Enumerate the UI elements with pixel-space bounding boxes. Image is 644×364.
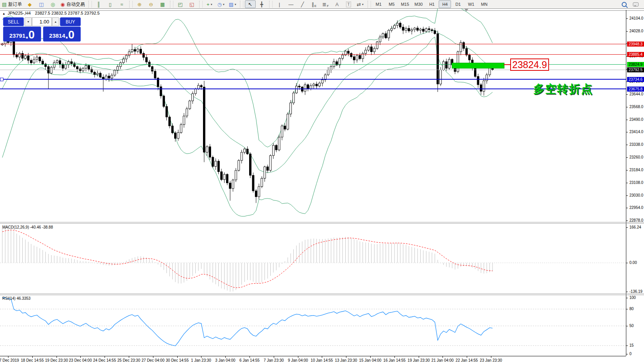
crosshair-button[interactable]: ╋ <box>256 0 267 8</box>
candle-body <box>36 57 38 59</box>
candle-body <box>177 132 179 138</box>
tile-windows-button[interactable]: ▦ <box>157 0 168 8</box>
line-drag-handle[interactable] <box>0 78 3 81</box>
price-tick-label: 23030.0 <box>629 193 644 197</box>
chart-shift-marker-icon[interactable] <box>464 9 468 13</box>
zoom-in-button[interactable]: ⊕ <box>134 0 145 8</box>
fibonacci-button[interactable]: ≣F <box>320 0 331 8</box>
collapse-triangle-icon[interactable]: ▲ <box>2 12 5 15</box>
search-button[interactable] <box>619 0 629 8</box>
time-label: 19 Jan 23:30 <box>408 358 430 362</box>
time-label: 23 Jan 23:30 <box>480 358 502 362</box>
candle-body <box>50 67 52 73</box>
buy-button[interactable]: BUY <box>60 17 81 26</box>
toolbar-separator <box>240 1 243 8</box>
candle-body <box>241 152 243 160</box>
candle-body <box>368 47 369 50</box>
candles-layer <box>2 20 494 203</box>
level-line-23948.3[interactable] <box>0 44 626 44</box>
main-macd-separator[interactable] <box>0 222 644 222</box>
main-macd-separator-2[interactable] <box>0 223 644 224</box>
cursor-icon: ↖ <box>248 2 252 7</box>
zoom-out-button[interactable]: ⊖ <box>146 0 156 8</box>
market-watch-button[interactable]: ◫ <box>36 0 47 8</box>
candle-body <box>379 37 381 42</box>
timeframe-m15-button[interactable]: M15 <box>399 0 411 8</box>
timeframe-m30-button[interactable]: M30 <box>412 0 425 8</box>
candlestick-type-button[interactable]: ▯ <box>105 0 116 8</box>
objects-button[interactable]: ◆ <box>24 0 35 8</box>
new-order-button[interactable]: ▤新订单 <box>0 0 23 8</box>
templates-button[interactable]: ▨▾ <box>227 0 238 8</box>
candle-body <box>229 183 231 189</box>
vertical-line-button[interactable]: | <box>274 0 285 8</box>
arrows-button[interactable]: ⇄▾ <box>355 0 366 8</box>
level-line-23734.6[interactable] <box>0 79 626 80</box>
timeframe-m5-button[interactable]: M5 <box>386 0 398 8</box>
timeframe-d1-button[interactable]: D1 <box>452 0 464 8</box>
chart-shift-button[interactable]: ◱ <box>186 0 197 8</box>
bar-chart-type-button[interactable]: ║ <box>93 0 104 8</box>
volume-input[interactable]: 1.00 <box>32 17 52 26</box>
line-chart-type-button[interactable]: ≈ <box>116 0 127 8</box>
trendline-button[interactable]: ╱ <box>297 0 308 8</box>
volume-decrease-button[interactable]: ▼ <box>25 17 32 26</box>
time-tick <box>491 356 491 358</box>
auto-trading-button[interactable]: ◉自动交易 <box>59 0 86 8</box>
indicators-button[interactable]: +▾ <box>204 0 215 8</box>
candle-body <box>319 83 321 86</box>
candle-body <box>388 30 390 38</box>
timeframe-mn-button[interactable]: MN <box>478 0 490 8</box>
turning-point-annotation[interactable]: 多空转折点 <box>533 82 593 97</box>
add-indicator-icon: + <box>206 2 210 7</box>
channel-button[interactable]: ∥E <box>309 0 320 8</box>
time-label: 13 Jan 23:30 <box>335 358 357 362</box>
toolbar-separator <box>368 1 371 8</box>
candle-body <box>423 29 424 31</box>
time-label: 24 Dec 14:55 <box>93 358 116 362</box>
chat-button[interactable] <box>630 0 641 8</box>
candle-body <box>437 33 439 84</box>
level-line-23885.4[interactable] <box>0 54 626 55</box>
periods-button[interactable]: ◷▾ <box>216 0 226 8</box>
candle-body <box>382 33 384 37</box>
time-label: 21 Jan 04:00 <box>431 358 454 362</box>
macd-rsi-separator-2[interactable] <box>0 295 644 295</box>
sell-button[interactable]: SELL <box>3 17 24 26</box>
timeframe-w1-button[interactable]: W1 <box>465 0 477 8</box>
magnifier-plus-icon: ⊕ <box>137 2 141 7</box>
timeframe-m1-button[interactable]: M1 <box>373 0 385 8</box>
candle-body <box>59 61 61 64</box>
volume-increase-button[interactable]: ▲ <box>52 17 59 26</box>
candle-body <box>307 85 309 88</box>
level-line-23675.8[interactable] <box>0 88 626 89</box>
buy-price-main: 23814 <box>49 31 65 40</box>
time-label: 6 Jan 14:55 <box>240 358 260 362</box>
candle-body <box>394 25 396 28</box>
macd-rsi-separator[interactable] <box>0 294 644 294</box>
buy-price-display[interactable]: 23814 .0 <box>43 27 81 42</box>
candle-body <box>114 70 116 75</box>
timeframe-h1-button[interactable]: H1 <box>426 0 438 8</box>
auto-scroll-button[interactable]: ◰ <box>175 0 186 8</box>
sell-price-display[interactable]: 23791 .0 <box>3 27 41 42</box>
timeframe-h4-button[interactable]: H4 <box>439 0 451 8</box>
candle-body <box>405 28 407 30</box>
highlight-rectangle[interactable] <box>452 63 504 68</box>
price-callout-label[interactable]: 23824.9 <box>510 58 549 71</box>
candle-body <box>440 70 442 84</box>
time-axis-border <box>0 356 626 356</box>
text-label-button[interactable]: T <box>343 0 354 8</box>
candle-body <box>111 75 113 78</box>
text-button[interactable]: A <box>332 0 343 8</box>
new-order-icon: ▤ <box>2 2 7 7</box>
signals-button[interactable]: ◎ <box>47 0 58 8</box>
cursor-button[interactable]: ↖ <box>245 0 256 8</box>
toolbar-separator <box>88 1 92 8</box>
price-tick-label: 22954.0 <box>629 205 644 210</box>
candle-body <box>232 180 234 189</box>
candle-body <box>30 60 32 63</box>
horizontal-line-button[interactable]: — <box>286 0 296 8</box>
candle-body <box>209 147 211 157</box>
candle-body <box>186 109 188 116</box>
